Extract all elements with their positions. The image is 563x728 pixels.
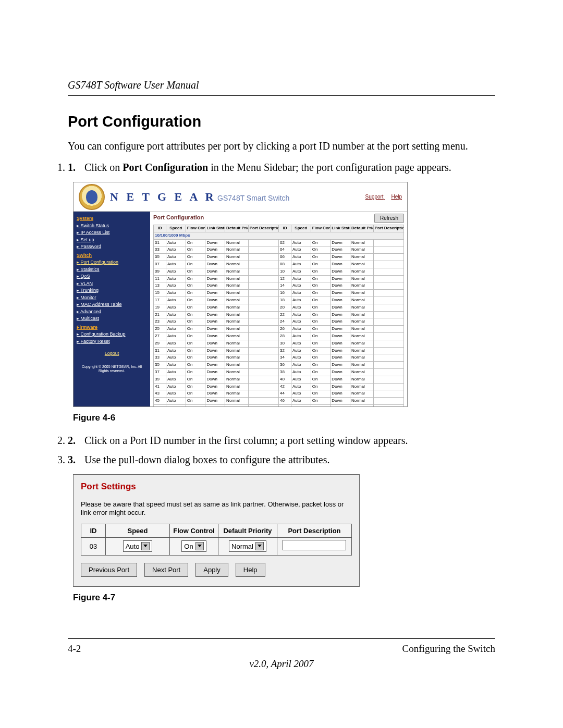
port-value-cell: Normal [225, 332, 249, 340]
help-button[interactable]: Help [236, 563, 265, 577]
port-id-cell[interactable]: 46 [278, 398, 291, 405]
ps-th-speed: Speed [106, 524, 170, 538]
port-id-cell[interactable]: 04 [278, 246, 291, 254]
port-id-cell[interactable]: 13 [154, 282, 166, 290]
port-id-cell[interactable]: 07 [154, 261, 166, 268]
port-id-cell[interactable]: 43 [154, 390, 166, 398]
port-value-cell [248, 311, 278, 318]
port-id-cell[interactable]: 24 [278, 318, 291, 326]
sidebar-item[interactable]: Switch Status [77, 223, 147, 230]
sidebar-heading: System [77, 215, 147, 223]
port-id-cell[interactable]: 21 [154, 311, 166, 318]
port-id-cell[interactable]: 29 [154, 340, 166, 347]
port-id-cell[interactable]: 34 [278, 354, 291, 362]
port-id-cell[interactable]: 33 [154, 354, 166, 362]
port-value-cell [373, 347, 403, 354]
port-id-cell[interactable]: 23 [154, 318, 166, 326]
port-value-cell: Auto [291, 261, 311, 268]
port-value-cell: Normal [350, 246, 374, 254]
port-id-cell[interactable]: 25 [154, 326, 166, 333]
port-id-cell[interactable]: 38 [278, 368, 291, 376]
port-value-cell: Down [205, 383, 225, 390]
sidebar-item[interactable]: Statistics [77, 266, 147, 274]
sidebar-item[interactable]: Advanced [77, 309, 147, 316]
port-id-cell[interactable]: 48 [278, 404, 291, 407]
sidebar-item[interactable]: MAC Address Table [77, 301, 147, 309]
sidebar-item[interactable]: Configuration Backup [77, 331, 147, 338]
port-id-cell[interactable]: 30 [278, 340, 291, 347]
port-id-cell[interactable]: 03 [154, 246, 166, 254]
port-value-cell: On [311, 239, 331, 246]
port-id-cell[interactable]: 17 [154, 297, 166, 304]
help-link[interactable]: Help [391, 194, 402, 200]
port-value-cell: On [311, 340, 331, 347]
port-id-cell[interactable]: 20 [278, 304, 291, 311]
port-id-cell[interactable]: 42 [278, 383, 291, 390]
flow-dropdown[interactable]: On [181, 540, 206, 552]
sidebar-item[interactable]: QoS [77, 273, 147, 280]
port-id-cell[interactable]: 09 [154, 268, 166, 275]
sidebar-item[interactable]: VLAN [77, 280, 147, 288]
port-id-cell[interactable]: 47 [154, 404, 166, 407]
port-id-cell[interactable]: 28 [278, 332, 291, 340]
port-value-cell: Down [331, 326, 350, 333]
port-id-cell[interactable]: 01 [154, 239, 166, 246]
port-id-cell[interactable]: 37 [154, 368, 166, 376]
priority-dropdown[interactable]: Normal [229, 540, 266, 552]
port-value-cell [373, 282, 403, 290]
port-id-cell[interactable]: 15 [154, 290, 166, 297]
port-id-cell[interactable]: 10 [278, 268, 291, 275]
sidebar-item[interactable]: Factory Reset [77, 338, 147, 346]
port-id-cell[interactable]: 44 [278, 390, 291, 398]
port-value-cell [248, 239, 278, 246]
sidebar-item[interactable]: Trunking [77, 287, 147, 294]
port-value-cell: Normal [225, 362, 249, 369]
port-value-cell: On [186, 290, 205, 297]
previous-port-button[interactable]: Previous Port [81, 563, 137, 577]
description-input[interactable] [283, 540, 346, 550]
port-id-cell[interactable]: 05 [154, 254, 166, 261]
port-id-cell[interactable]: 45 [154, 398, 166, 405]
port-id-cell[interactable]: 41 [154, 383, 166, 390]
page-number: 4-2 [68, 642, 81, 656]
port-id-cell[interactable]: 14 [278, 282, 291, 290]
port-id-cell[interactable]: 11 [154, 275, 166, 282]
speed-dropdown[interactable]: Auto [123, 540, 153, 552]
port-id-cell[interactable]: 32 [278, 347, 291, 354]
port-value-cell [373, 398, 403, 405]
next-port-button[interactable]: Next Port [144, 563, 188, 577]
port-value-cell: Down [205, 254, 225, 261]
port-id-cell[interactable]: 39 [154, 376, 166, 383]
logout-link[interactable]: Logout [77, 350, 147, 357]
port-value-cell: Down [205, 268, 225, 275]
port-id-cell[interactable]: 36 [278, 362, 291, 369]
port-value-cell: Down [331, 390, 350, 398]
sidebar-item[interactable]: Port Configuration [77, 259, 147, 266]
apply-button[interactable]: Apply [195, 563, 228, 577]
port-id-cell[interactable]: 40 [278, 376, 291, 383]
sidebar-item[interactable]: Multicast [77, 315, 147, 323]
port-id-cell[interactable]: 16 [278, 290, 291, 297]
port-id-cell[interactable]: 02 [278, 239, 291, 246]
port-id-cell[interactable]: 08 [278, 261, 291, 268]
sidebar-item[interactable]: IP Access List [77, 229, 147, 237]
refresh-button[interactable]: Refresh [374, 214, 404, 223]
port-id-cell[interactable]: 12 [278, 275, 291, 282]
port-id-cell[interactable]: 35 [154, 362, 166, 369]
port-settings-warning: Please be aware that speed must set as s… [81, 500, 352, 517]
port-id-cell[interactable]: 06 [278, 254, 291, 261]
port-value-cell [248, 390, 278, 398]
port-id-cell[interactable]: 22 [278, 311, 291, 318]
port-id-cell[interactable]: 26 [278, 326, 291, 333]
support-link[interactable]: Support [365, 194, 384, 200]
sidebar-item[interactable]: Password [77, 243, 147, 251]
port-value-cell [248, 318, 278, 326]
sidebar-item[interactable]: Monitor [77, 294, 147, 302]
ps-speed-cell: Auto [106, 538, 170, 556]
port-id-cell[interactable]: 18 [278, 297, 291, 304]
port-id-cell[interactable]: 27 [154, 332, 166, 340]
port-value-cell: On [311, 318, 331, 326]
sidebar-item[interactable]: Set up [77, 237, 147, 244]
port-id-cell[interactable]: 19 [154, 304, 166, 311]
port-id-cell[interactable]: 31 [154, 347, 166, 354]
